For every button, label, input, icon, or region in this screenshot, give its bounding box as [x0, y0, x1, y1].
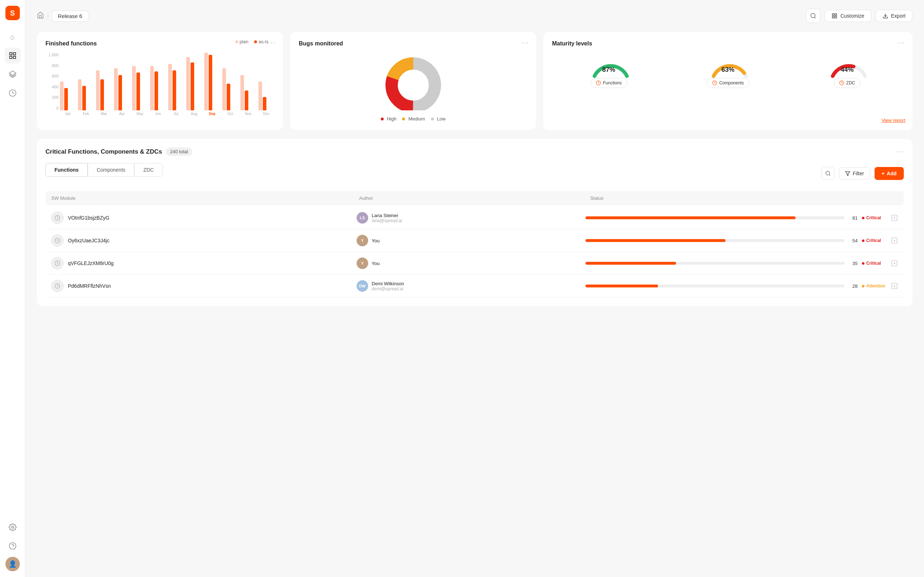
sidebar-item-home[interactable]: ⌂	[5, 29, 21, 45]
top-header: › Release 6 Customize Export	[37, 9, 913, 23]
bar-group	[204, 53, 220, 110]
bugs-monitored-card: Bugs monitored ··· High	[290, 32, 536, 130]
bar-plan	[168, 64, 172, 110]
svg-point-6	[11, 526, 14, 528]
sidebar-item-layers[interactable]	[5, 66, 21, 82]
status-badge: Critical	[862, 215, 891, 220]
app-logo[interactable]: S	[5, 6, 20, 20]
filter-button[interactable]: Filter	[839, 167, 870, 180]
x-label: Dec	[258, 112, 274, 116]
finished-functions-menu[interactable]: ···	[268, 39, 276, 47]
functions-gauge-button[interactable]: Functions	[591, 78, 627, 88]
col-status: Status	[590, 195, 898, 201]
maturity-menu[interactable]: ···	[898, 39, 905, 47]
gauge-components: 63% Components	[671, 53, 785, 88]
bar-actual	[118, 75, 122, 110]
bar-group	[60, 82, 76, 110]
zdc-gauge-button[interactable]: ZDC	[834, 78, 861, 88]
module-icon	[51, 280, 63, 292]
x-label: May	[132, 112, 148, 116]
x-label: Mar	[96, 112, 112, 116]
author-avatar: DW	[357, 280, 368, 292]
x-label: Oct	[222, 112, 238, 116]
table-search-button[interactable]	[822, 167, 835, 180]
header-actions: Customize Export	[806, 9, 913, 23]
tab-functions[interactable]: Functions	[45, 163, 88, 177]
table-row[interactable]: qVFGLEJzXM8rU0g Y You 35 Critical	[45, 252, 904, 275]
sidebar-item-help[interactable]	[5, 538, 21, 554]
svg-rect-11	[832, 14, 834, 16]
donut-chart	[381, 53, 446, 110]
table-row[interactable]: Oy6xzUaeJC3J4jc Y You 54 Critical	[45, 229, 904, 252]
bar-group	[168, 64, 184, 110]
customize-button[interactable]: Customize	[825, 10, 871, 22]
author-avatar: Y	[357, 235, 368, 246]
tab-zdc[interactable]: ZDC	[134, 163, 163, 177]
status-cell: 54 Critical	[585, 238, 891, 243]
author-avatar: LS	[357, 212, 368, 224]
author-cell: Y You	[357, 235, 585, 246]
sidebar: S ⌂ 👤	[0, 0, 25, 577]
sidebar-item-settings[interactable]	[5, 519, 21, 535]
row-action[interactable]	[891, 237, 898, 244]
bar-plan	[204, 53, 208, 110]
bar-chart: 1,0008006004002000	[45, 53, 274, 110]
maturity-gauges: 87% Functions 63%	[552, 53, 904, 88]
gauge-svg-components	[710, 53, 750, 78]
svg-line-24	[829, 174, 830, 176]
sidebar-item-clock[interactable]	[5, 85, 21, 101]
y-axis: 1,0008006004002000	[45, 53, 58, 110]
svg-point-23	[826, 171, 830, 175]
home-breadcrumb[interactable]	[37, 11, 44, 21]
maturity-levels-title: Maturity levels	[552, 40, 904, 47]
bar-group	[78, 79, 94, 110]
table-row[interactable]: VOtnfG1bsjzBZyG LS Lana Steiner lana@spr…	[45, 206, 904, 229]
bar-plan	[258, 82, 262, 110]
export-button[interactable]: Export	[876, 10, 913, 22]
bar-actual	[263, 97, 267, 110]
bugs-monitored-title: Bugs monitored	[299, 40, 528, 47]
module-cell: Pd6dMRFflzNhVsn	[51, 280, 357, 292]
bar-group	[258, 82, 274, 110]
bugs-menu[interactable]: ···	[521, 39, 529, 47]
bar-plan	[114, 68, 118, 110]
data-table: SW Module Author Status VOtnfG1bsjzBZyG …	[45, 191, 904, 298]
x-labels: JanFebMarAprMayJunJulAugSepOctNovDec	[45, 112, 274, 116]
status-badge: Critical	[862, 238, 891, 243]
bar-plan	[60, 82, 63, 110]
x-label: Jul	[168, 112, 184, 116]
module-cell: qVFGLEJzXM8rU0g	[51, 257, 357, 269]
breadcrumb-current-page[interactable]: Release 6	[52, 10, 89, 22]
gauge-pct-functions: 87%	[603, 66, 615, 74]
module-icon	[51, 212, 63, 224]
row-action[interactable]	[891, 259, 898, 267]
add-button[interactable]: + Add	[874, 167, 904, 180]
gauge-pct-zdc: 44%	[841, 66, 854, 74]
svg-rect-2	[10, 56, 11, 58]
status-badge: Critical	[862, 261, 891, 266]
gauge-zdc: 44% ZDC	[790, 53, 904, 88]
table-card-menu[interactable]: ···	[896, 148, 904, 155]
components-gauge-button[interactable]: Components	[707, 78, 749, 88]
gauge-functions: 87% Functions	[552, 53, 665, 88]
svg-line-10	[815, 17, 816, 18]
x-label: Aug	[186, 112, 202, 116]
bar-group	[241, 75, 256, 110]
legend-actual: as-is	[254, 39, 268, 44]
svg-rect-14	[835, 16, 837, 18]
legend-plan: plan	[235, 39, 249, 44]
total-badge: 240 total	[166, 148, 192, 156]
progress-bar	[585, 285, 845, 287]
bar-actual	[173, 70, 176, 110]
tab-components[interactable]: Components	[88, 163, 134, 177]
table-row[interactable]: Pd6dMRFflzNhVsn DW Demi Wilkinson demi@s…	[45, 275, 904, 298]
user-avatar[interactable]: 👤	[5, 557, 20, 571]
module-cell: VOtnfG1bsjzBZyG	[51, 212, 357, 224]
row-action[interactable]	[891, 282, 898, 290]
search-button[interactable]	[806, 9, 821, 23]
view-report-link[interactable]: View report	[881, 118, 905, 123]
progress-bar	[585, 262, 845, 265]
bar-actual	[245, 90, 248, 110]
sidebar-item-chart[interactable]	[5, 48, 21, 63]
row-action[interactable]	[891, 214, 898, 221]
